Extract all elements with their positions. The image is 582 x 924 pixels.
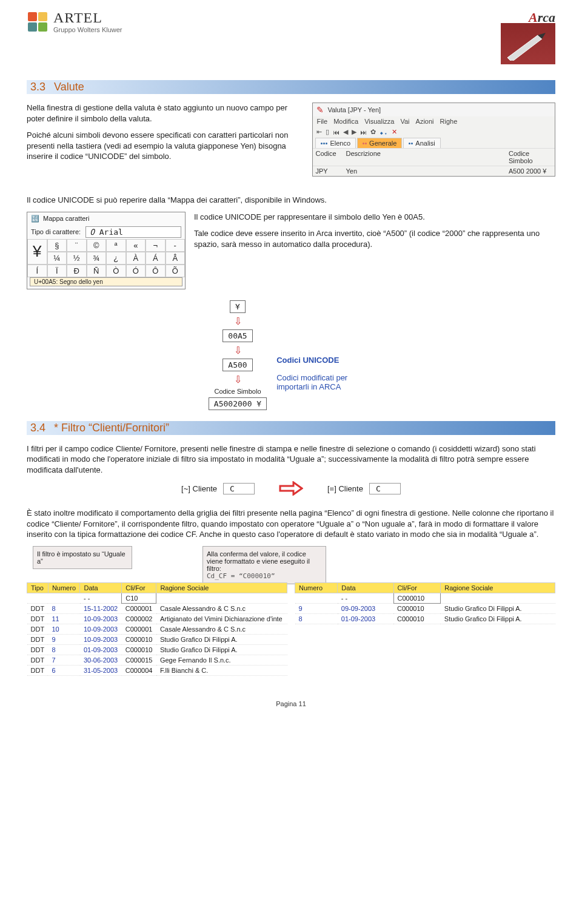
filter-input[interactable]: C10 xyxy=(122,593,156,603)
tables-row: TipoNumeroDataCli/ForRagione Sociale - -… xyxy=(27,582,555,676)
nav-prev-icon[interactable]: ◀ xyxy=(343,128,348,136)
pen-icon xyxy=(504,30,547,61)
charmap-icon: 🔣 xyxy=(31,215,39,223)
para-5: Tale codice deve essere inserito in Arca… xyxy=(194,228,555,249)
code-box: 00A5 xyxy=(222,329,252,342)
unicode-diagram: ¥ ⇩ 00A5 ⇩ A500 ⇩ Codice Simbolo A500200… xyxy=(27,300,555,410)
para-3: Il codice UNICODE si può reperire dalla … xyxy=(27,195,555,206)
arrow-down-icon: ⇩ xyxy=(234,374,242,385)
filter-label: [=] Cliente xyxy=(327,484,363,493)
final-box: A5002000 ¥ xyxy=(209,397,267,410)
unicode-label: Codici UNICODE xyxy=(276,356,373,365)
char-grid[interactable]: ¥ §¨©ª«¬- ¼½¾¿ÀÁÂ ÍÏÐÑÒÓÔÕ xyxy=(27,239,185,277)
para-7: È stato inoltre modificato il comportame… xyxy=(27,508,555,540)
tab-elenco[interactable]: Elenco xyxy=(315,138,356,148)
tab-generale[interactable]: Generale xyxy=(357,138,402,148)
page-header: ARTEL Gruppo Wolters Kluwer Arca xyxy=(27,10,555,64)
filter-label: [~] Cliente xyxy=(181,484,217,493)
menu-visualizza[interactable]: Visualizza xyxy=(364,118,394,125)
toolbar-dropdown-icon[interactable]: ⬥▾ xyxy=(380,129,388,136)
artel-sub: Gruppo Wolters Kluwer xyxy=(53,26,122,33)
col-codsimbolo: Codice Simbolo xyxy=(506,148,555,166)
valuta-screenshot: ✎Valuta [JPY - Yen] File Modifica Visual… xyxy=(312,103,555,177)
charmap-title: Mappa caratteri xyxy=(43,215,89,222)
red-arrow-icon xyxy=(279,481,303,496)
symbol-box: ¥ xyxy=(230,300,246,313)
result-table-right: NumeroDataCli/ForRagione Sociale - -C000… xyxy=(295,582,555,624)
toolbar-icon[interactable]: ✿ xyxy=(370,128,376,136)
page-number: Pagina 11 xyxy=(27,700,555,707)
label: Codice Simbolo xyxy=(214,388,261,395)
artel-logo-icon xyxy=(27,11,48,33)
window-title: Valuta [JPY - Yen] xyxy=(327,106,381,113)
cell: Yen xyxy=(343,166,506,176)
menu-file[interactable]: File xyxy=(316,118,327,125)
col-codice: Codice xyxy=(313,148,343,166)
nav-next-icon[interactable]: ▶ xyxy=(352,128,356,136)
close-icon[interactable]: ✕ xyxy=(392,128,397,136)
arca-logo: Arca xyxy=(501,10,555,64)
artel-name: ARTEL xyxy=(53,10,122,26)
filter-input[interactable]: C000010 xyxy=(393,593,441,603)
section-3-3: 3.3 Valute xyxy=(27,80,555,94)
filter-value[interactable]: C xyxy=(369,483,401,494)
callout-2: Alla conferma del valore, il codice vien… xyxy=(202,546,326,584)
menu-azioni[interactable]: Azioni xyxy=(416,118,434,125)
filter-value[interactable]: C xyxy=(223,483,255,494)
font-label: Tipo di carattere: xyxy=(31,228,81,235)
artel-brand: ARTEL Gruppo Wolters Kluwer xyxy=(27,10,122,33)
menu-modifica[interactable]: Modifica xyxy=(333,118,358,125)
app-icon: ✎ xyxy=(316,105,324,115)
para-6: I filtri per il campo codice Cliente/ Fo… xyxy=(27,443,555,476)
cliente-filter-example: [~] ClienteC [=] ClienteC xyxy=(27,481,555,496)
tooltip: U+00A5: Segno dello yen xyxy=(30,277,182,286)
tab-analisi[interactable]: Analisi xyxy=(403,138,440,148)
unicode-label-2: Codici modificati per importarli in ARCA xyxy=(276,373,373,391)
menu-righe[interactable]: Righe xyxy=(440,118,458,125)
filter-code: Cd_CF = “C000010” xyxy=(207,572,275,580)
arrow-down-icon: ⇩ xyxy=(234,345,242,356)
para-4: Il codice UNICODE per rappresentare il s… xyxy=(194,212,555,223)
cell: A500 2000 ¥ xyxy=(506,166,555,176)
para-1: Nella finestra di gestione della valuta … xyxy=(27,103,301,124)
code-box: A500 xyxy=(222,359,252,371)
callout-1: Il filtro è impostato su “Uguale a” xyxy=(33,546,132,569)
font-select[interactable]: O Arial xyxy=(85,226,181,238)
section-3-4: 3.4 * Filtro “Clienti/Fornitori” xyxy=(27,421,555,435)
nav-last-icon[interactable]: ⏭ xyxy=(360,129,367,136)
result-table-left: TipoNumeroDataCli/ForRagione Sociale - -… xyxy=(27,582,287,676)
cell: JPY xyxy=(313,166,343,176)
toolbar-icon[interactable]: ▯ xyxy=(326,128,329,136)
toolbar-icon[interactable]: ⇤ xyxy=(316,128,322,136)
col-descrizione: Descrizione xyxy=(343,148,506,166)
nav-first-icon[interactable]: ⏮ xyxy=(333,129,340,136)
para-2: Poiché alcuni simboli devono essere spec… xyxy=(27,130,301,162)
menu-vai[interactable]: Vai xyxy=(400,118,409,125)
arrow-down-icon: ⇩ xyxy=(234,315,242,327)
charmap-screenshot: 🔣Mappa caratteri Tipo di carattere:O Ari… xyxy=(27,212,186,289)
